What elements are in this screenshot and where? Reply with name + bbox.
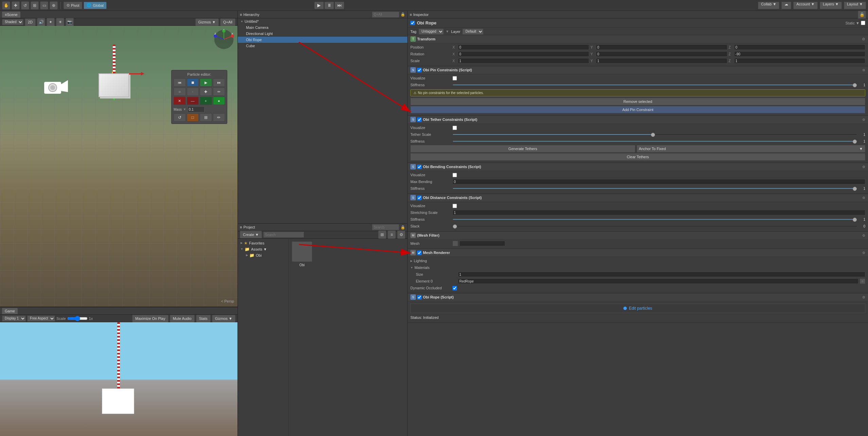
particle-mode-dot-btn[interactable]: · [187, 88, 199, 96]
slack-slider[interactable] [453, 225, 857, 227]
transform-settings-icon[interactable]: ⚙ [862, 37, 865, 41]
fx-icon[interactable]: ✦ [47, 18, 55, 26]
element0-input[interactable] [458, 278, 858, 284]
pin-active-checkbox[interactable] [417, 68, 422, 72]
bending-stiffness-slider[interactable] [453, 188, 857, 189]
scale-slider[interactable] [67, 315, 88, 322]
tether-settings-icon[interactable]: ⚙ [862, 118, 865, 122]
maximize-on-play-btn[interactable]: Maximize On Play [132, 315, 169, 322]
static-checkbox[interactable] [861, 21, 865, 25]
mesh-filter-settings-icon[interactable]: ⚙ [862, 234, 865, 237]
hierarchy-item-directional-light[interactable]: Directional Light [238, 31, 407, 37]
pos-z-input[interactable] [734, 44, 865, 50]
materials-row[interactable]: ▼ Materials [410, 265, 865, 271]
particle-tool-1[interactable]: ↺ [174, 113, 186, 122]
cloud-button[interactable]: ☁ [781, 2, 791, 9]
tether-constraints-header[interactable]: S Obi Tether Constraints (Script) ⚙ [408, 116, 868, 123]
project-search[interactable] [372, 224, 399, 230]
particle-play-btn[interactable]: ⏹ [187, 78, 199, 87]
distance-constraints-header[interactable]: S Obi Distance Constraints (Script) ⚙ [408, 194, 868, 201]
rotate-tool-icon[interactable]: ↺ [21, 1, 29, 10]
bending-settings-icon[interactable]: ⚙ [862, 165, 865, 169]
clear-tethers-btn[interactable]: Clear Tethers [410, 153, 865, 161]
obi-rope-header[interactable]: S Obi Rope (Script) ⚙ [408, 293, 868, 301]
particle-tool-3[interactable]: ⊞ [200, 113, 212, 122]
collab-button[interactable]: Collab ▼ [758, 2, 779, 9]
scene-canvas[interactable]: < Persp X Y [0, 26, 237, 307]
pos-x-input[interactable] [458, 44, 589, 50]
favorites-folder[interactable]: ▶ ★ Favorites [239, 240, 287, 246]
shading-dropdown[interactable]: Shaded [2, 19, 23, 25]
move-tool-icon[interactable]: ✚ [12, 1, 20, 10]
scale-x-input[interactable] [458, 58, 589, 63]
transform-tool-icon[interactable]: ✋ [2, 1, 10, 10]
layers-button[interactable]: Layers ▼ [820, 2, 842, 9]
rect-tool-icon[interactable]: ▭ [40, 1, 48, 10]
2d-btn[interactable]: 2D [25, 18, 36, 26]
tether-active-checkbox[interactable] [417, 117, 422, 122]
rot-z-input[interactable] [734, 51, 865, 57]
add-pin-constraint-btn[interactable]: Add Pin Constraint [410, 106, 865, 113]
tether-scale-thumb[interactable] [651, 133, 655, 137]
stretch-input[interactable] [453, 210, 865, 215]
mesh-input[interactable] [459, 241, 505, 246]
hierarchy-search[interactable] [372, 12, 399, 18]
project-view-icon[interactable]: ⊞ [378, 231, 386, 239]
dist-stiffness-thumb[interactable] [853, 218, 857, 222]
asset-item-obi[interactable]: Obi [290, 240, 314, 268]
gizmos-btn[interactable]: Gizmos ▼ [195, 18, 219, 26]
pin-stiffness-thumb[interactable] [853, 83, 857, 87]
scale-z-input[interactable] [734, 58, 865, 63]
play-button[interactable]: ▶ [314, 2, 324, 9]
layer-select[interactable]: Default [462, 29, 483, 35]
mesh-renderer-header[interactable]: M Mesh Renderer ⚙ [408, 249, 868, 256]
stats-btn[interactable]: Stats [196, 315, 211, 322]
lighting-icon[interactable]: ☀ [56, 18, 64, 26]
edit-particles-btn[interactable]: Edit particles [410, 304, 865, 313]
inspector-lock-icon[interactable]: 🔒 [858, 11, 866, 19]
account-button[interactable]: Account ▼ [793, 2, 818, 9]
distance-active-checkbox[interactable] [417, 196, 422, 200]
multi-tool-icon[interactable]: ⊕ [50, 1, 58, 10]
hierarchy-lock-icon[interactable]: 🔒 [401, 12, 405, 17]
dynamic-occluded-checkbox[interactable] [453, 286, 457, 290]
particle-active-btn[interactable]: ● [213, 97, 225, 105]
particle-tool-2[interactable]: □ [187, 113, 199, 122]
display-select[interactable]: Display 1 [2, 315, 26, 322]
generate-tethers-btn[interactable]: Generate Tethers [410, 145, 635, 152]
game-tab[interactable]: Game [2, 308, 18, 314]
bending-stiffness-thumb[interactable] [853, 187, 857, 191]
pin-settings-icon[interactable]: ⚙ [862, 68, 865, 72]
hierarchy-item-untitled[interactable]: ▼ Untitled* [238, 18, 407, 24]
particle-mode-circle-btn[interactable]: ○ [174, 88, 186, 96]
distance-settings-icon[interactable]: ⚙ [862, 196, 865, 200]
transform-header[interactable]: T Transform ⚙ [408, 35, 868, 43]
rot-x-input[interactable] [458, 51, 589, 57]
pause-button[interactable]: ⏸ [324, 2, 334, 9]
mesh-filter-header[interactable]: M (Mesh Filter) ⚙ [408, 232, 868, 239]
particle-del-btn[interactable]: ✕ [174, 97, 186, 105]
pivot-btn[interactable]: ⊙ Pivot [64, 2, 82, 9]
slack-thumb[interactable] [453, 224, 457, 229]
obi-rope-settings-icon[interactable]: ⚙ [862, 295, 865, 299]
scale-tool-icon[interactable]: ⊞ [31, 1, 39, 10]
particle-minus-btn[interactable]: — [187, 97, 199, 105]
remove-selected-btn[interactable]: Remove selected [410, 98, 865, 105]
mesh-renderer-active-checkbox[interactable] [417, 251, 422, 255]
max-bending-input[interactable] [453, 179, 865, 184]
particle-forward-btn[interactable]: ▶ [200, 78, 212, 87]
particle-mode-pen-btn[interactable]: ✏ [213, 88, 225, 96]
step-button[interactable]: ⏭ [335, 2, 344, 9]
tether-stiffness-slider[interactable] [453, 141, 857, 142]
audio-icon[interactable]: 🔊 [37, 18, 45, 26]
bending-visualize-checkbox[interactable] [453, 173, 457, 177]
tether-scale-slider[interactable] [453, 134, 857, 135]
hierarchy-item-cube[interactable]: Cube [238, 43, 407, 49]
pin-constraints-header[interactable]: S Obi Pin Constraints (Script) ⚙ [408, 66, 868, 74]
project-settings-icon[interactable]: ⚙ [397, 231, 405, 239]
obi-folder[interactable]: ▶ 📁 Obi [239, 252, 287, 258]
assets-folder[interactable]: ▼ 📁 Assets ▼ [239, 246, 287, 252]
tether-stiffness-thumb[interactable] [853, 140, 857, 144]
mute-audio-btn[interactable]: Mute Audio [170, 315, 195, 322]
particle-skip-back-btn[interactable]: ⏮ [174, 78, 186, 87]
